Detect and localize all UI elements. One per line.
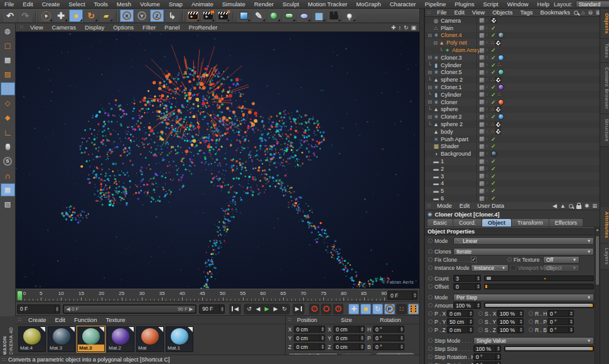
visibility-dots-icon[interactable]: ∶ xyxy=(487,122,489,127)
keyframe-circle[interactable] xyxy=(428,319,433,324)
texture-mode-icon[interactable]: ▩ xyxy=(1,53,15,67)
menu-create[interactable]: Create xyxy=(24,316,51,324)
keyframe-circle[interactable] xyxy=(428,328,433,332)
pz-field[interactable]: 0 cm xyxy=(447,326,473,333)
menu-function[interactable]: Function xyxy=(70,316,101,324)
material-tag-icon[interactable] xyxy=(498,69,504,75)
enabled-check-icon[interactable]: ✓ xyxy=(491,55,496,61)
object-row-2[interactable]: ▬2∶✓ xyxy=(425,165,600,173)
object-row-cloner[interactable]: ⊟✳Cloner∶✓ xyxy=(425,99,600,106)
coord-field-size-x[interactable]: 0 cm xyxy=(333,326,365,333)
fix-clone-checkbox[interactable]: ✓ xyxy=(471,257,477,262)
layout-dropdown[interactable]: Standard▼ xyxy=(576,1,609,8)
keyframe-circle[interactable] xyxy=(428,338,433,343)
live-selection-icon[interactable]: ➤ xyxy=(39,9,53,22)
menu-options[interactable]: Options xyxy=(109,23,138,32)
step-size-field[interactable]: 100 % xyxy=(473,345,501,352)
object-row-6[interactable]: ▬6∶✓ xyxy=(425,195,600,202)
lock-icon[interactable] xyxy=(576,205,581,209)
visibility-dots-icon[interactable]: ∶ xyxy=(487,85,489,90)
keyframe-circle[interactable] xyxy=(507,257,512,262)
filter-icon[interactable]: ⊖ xyxy=(588,10,593,16)
enabled-check-icon[interactable]: ✓ xyxy=(491,47,496,53)
menu-edit[interactable]: Edit xyxy=(51,316,70,324)
rotation-key-toggle[interactable]: ↻ xyxy=(372,304,383,314)
rotate-view-icon[interactable]: ↻ xyxy=(404,24,409,31)
render-view-icon[interactable] xyxy=(186,9,200,22)
object-row-background[interactable]: ◑Background∶ xyxy=(425,150,600,158)
play-loop-button[interactable]: ↻ xyxy=(280,304,289,314)
play-reverse-button[interactable]: ↺ xyxy=(245,304,254,314)
play-button[interactable]: ▶ xyxy=(262,304,271,314)
coord-field-position-x[interactable]: 0 cm xyxy=(294,326,325,333)
visibility-dots-icon[interactable]: ∶ xyxy=(487,151,489,156)
visibility-dots-icon[interactable]: ∶ xyxy=(487,129,489,134)
layer-box-icon[interactable] xyxy=(479,55,485,60)
keyframe-circle[interactable] xyxy=(478,319,483,324)
start-frame-field[interactable]: 0 F xyxy=(17,304,60,314)
object-row-4[interactable]: ▬4∶✓ xyxy=(425,180,600,188)
object-row-cloner-4[interactable]: ⊟✳Cloner.4∶✓ xyxy=(425,32,600,40)
keyframe-circle[interactable] xyxy=(428,311,433,316)
enabled-check-icon[interactable]: ✓ xyxy=(491,99,496,105)
visibility-dots-icon[interactable]: ∶ xyxy=(487,92,489,97)
menu-edit[interactable]: Edit xyxy=(18,0,37,9)
undo-icon[interactable]: ↶ xyxy=(3,9,17,22)
layer-box-icon[interactable] xyxy=(479,129,485,134)
menu-view[interactable]: View xyxy=(468,9,488,17)
coord-field-rotation-h[interactable]: 0 ° xyxy=(373,326,404,333)
goto-start-button[interactable]: ◀ xyxy=(229,304,241,314)
menu-edit[interactable]: Edit xyxy=(450,9,468,17)
layer-box-icon[interactable] xyxy=(479,144,485,149)
visibility-dots-icon[interactable]: ∶ xyxy=(487,144,489,149)
texture-tag-icon[interactable] xyxy=(495,40,501,46)
enabled-check-icon[interactable]: ✓ xyxy=(491,166,496,172)
keyframe-circle[interactable] xyxy=(428,295,433,299)
menu-mograph[interactable]: MoGraph xyxy=(352,0,385,9)
enabled-check-icon[interactable]: ✓ xyxy=(491,69,496,75)
add-primitive-icon[interactable] xyxy=(237,9,251,22)
scale-key-toggle[interactable]: ■ xyxy=(360,304,371,314)
sx-field[interactable]: 100 % xyxy=(497,310,524,317)
tab-coord[interactable]: Coord. xyxy=(453,219,482,227)
panel-handle-icon[interactable]: ∷ xyxy=(425,10,433,16)
keyframe-circle[interactable] xyxy=(428,355,433,359)
workplane-options-icon[interactable]: ▧ xyxy=(1,198,15,211)
visibility-dots-icon[interactable]: ∶ xyxy=(487,114,489,119)
phong-tag-icon[interactable]: ∴ xyxy=(491,77,493,83)
layer-box-icon[interactable] xyxy=(479,99,485,105)
menu-plugins[interactable]: Plugins xyxy=(450,0,478,9)
amount-slider[interactable] xyxy=(484,302,594,308)
phong-tag-icon[interactable]: ∴ xyxy=(498,62,500,68)
keyframe-circle[interactable] xyxy=(428,303,433,308)
clones-dropdown[interactable]: Iterate▼ xyxy=(453,248,594,255)
texture-tag-icon[interactable] xyxy=(495,129,501,134)
object-row-cloner-2[interactable]: ⊟✳Cloner.2∶✓ xyxy=(425,113,600,120)
search-icon[interactable] xyxy=(569,204,573,208)
layer-box-icon[interactable] xyxy=(479,33,485,38)
enabled-check-icon[interactable]: ✓ xyxy=(491,143,496,149)
goto-end-button[interactable]: ▶ xyxy=(293,304,304,314)
workplane-mode-icon[interactable]: ▨ xyxy=(1,68,15,81)
end-frame-field[interactable]: 90 F xyxy=(199,304,225,314)
material-tag-icon[interactable] xyxy=(498,99,504,105)
last-tool-icon[interactable]: ▰ xyxy=(99,9,113,22)
step-mode-dropdown[interactable]: Single Value▼ xyxy=(473,337,594,345)
make-editable-icon[interactable]: ◍ xyxy=(1,24,15,38)
px-field[interactable]: 0 cm xyxy=(447,310,473,317)
material-mat-3-2[interactable]: Mat.3 xyxy=(77,326,105,352)
texture-tag-icon[interactable] xyxy=(491,18,497,23)
menu-objects[interactable]: Objects xyxy=(488,9,516,17)
menu-filter[interactable]: Filter xyxy=(138,23,160,32)
material-mat-4[interactable]: Mat xyxy=(136,326,164,352)
tree-expander[interactable]: ⊟ xyxy=(427,85,433,90)
points-mode-icon[interactable]: ∷ xyxy=(1,82,15,95)
visibility-dots-icon[interactable]: ∶ xyxy=(487,159,489,164)
polygons-mode-icon[interactable]: ◆ xyxy=(1,111,15,124)
keyframe-circle[interactable] xyxy=(428,238,433,243)
step-rotation-h-field[interactable]: 0 ° xyxy=(473,353,501,360)
menu-script[interactable]: Script xyxy=(478,0,502,9)
frame-range-slider[interactable]: ◀ 0 F90 F ▶ xyxy=(63,304,197,314)
timeline-ruler[interactable]: 0 F 051015202530354045505560657075808590 xyxy=(16,289,419,302)
sy-field[interactable]: 100 % xyxy=(497,318,524,325)
